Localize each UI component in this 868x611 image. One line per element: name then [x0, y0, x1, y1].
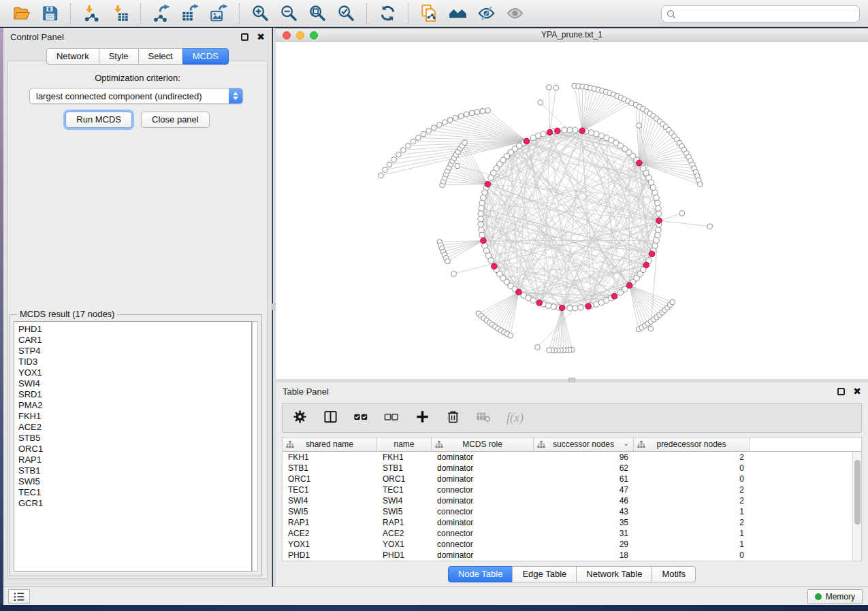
float-table-panel-icon[interactable]: [837, 388, 845, 395]
column-header-mcds-role[interactable]: MCDS role: [432, 437, 534, 451]
memory-button[interactable]: Memory: [807, 589, 863, 604]
cell-name[interactable]: RAP1: [377, 517, 432, 528]
cell-shared-name[interactable]: YOX1: [283, 539, 377, 550]
cell-name[interactable]: PHD1: [377, 550, 432, 561]
close-panel-icon[interactable]: ✖: [257, 32, 265, 42]
tab-style[interactable]: Style: [99, 48, 139, 65]
cell-successor-nodes[interactable]: 96: [534, 452, 634, 463]
table-scrollbar-thumb[interactable]: [854, 460, 861, 525]
table-row[interactable]: YOX1YOX1connector291: [283, 539, 861, 550]
cell-shared-name[interactable]: ORC1: [283, 474, 377, 484]
search-input[interactable]: [679, 9, 854, 19]
cell-successor-nodes[interactable]: 61: [534, 474, 634, 484]
mcds-result-list[interactable]: PHD1CAR1STP4TID3YOX1SWI4SRD1PMA2FKH1ACE2…: [14, 321, 252, 572]
cell-shared-name[interactable]: RAP1: [283, 517, 377, 528]
column-header-name[interactable]: name: [377, 437, 432, 451]
cell-predecessor-nodes[interactable]: 1: [634, 528, 750, 539]
mcds-result-item[interactable]: SWI5: [18, 476, 251, 487]
cell-name[interactable]: STB1: [377, 463, 432, 474]
cell-mcds-role[interactable]: dominator: [432, 474, 534, 484]
mcds-result-item[interactable]: RAP1: [18, 455, 251, 465]
zoom-out-button[interactable]: [274, 2, 303, 25]
export-table-button[interactable]: [176, 2, 204, 25]
export-image-button[interactable]: [204, 2, 233, 25]
cell-predecessor-nodes[interactable]: 2: [634, 495, 750, 506]
cell-successor-nodes[interactable]: 18: [534, 550, 634, 561]
cell-predecessor-nodes[interactable]: 0: [634, 550, 750, 561]
deselect-all-button[interactable]: [384, 409, 400, 427]
cell-mcds-role[interactable]: connector: [432, 506, 534, 517]
cell-successor-nodes[interactable]: 46: [534, 495, 634, 506]
cell-mcds-role[interactable]: dominator: [432, 463, 534, 474]
mcds-result-item[interactable]: SWI4: [18, 378, 251, 389]
cell-name[interactable]: YOX1: [377, 539, 432, 550]
cell-successor-nodes[interactable]: 43: [534, 506, 634, 517]
mcds-result-item[interactable]: PHD1: [18, 324, 251, 335]
cell-name[interactable]: ACE2: [377, 528, 432, 539]
tab-select[interactable]: Select: [138, 48, 183, 65]
table-row[interactable]: STB1STB1dominator620: [283, 463, 861, 474]
mcds-result-item[interactable]: ACE2: [18, 422, 251, 433]
search-box[interactable]: [661, 5, 860, 22]
open-file-button[interactable]: [7, 2, 35, 25]
table-row[interactable]: TEC1TEC1connector472: [283, 484, 861, 495]
cell-shared-name[interactable]: SWI4: [283, 495, 377, 506]
cell-shared-name[interactable]: ACE2: [283, 528, 377, 539]
cell-shared-name[interactable]: PHD1: [283, 550, 377, 561]
cell-successor-nodes[interactable]: 29: [534, 539, 634, 550]
mcds-result-item[interactable]: CAR1: [18, 335, 251, 346]
first-neighbors-button[interactable]: [443, 2, 472, 25]
tab-mcds[interactable]: MCDS: [182, 48, 229, 65]
table-row[interactable]: RAP1RAP1dominator352: [283, 517, 861, 528]
cell-predecessor-nodes[interactable]: 0: [634, 474, 750, 484]
cell-name[interactable]: ORC1: [377, 474, 432, 484]
tab-node-table[interactable]: Node Table: [448, 566, 513, 582]
cell-shared-name[interactable]: TEC1: [283, 484, 377, 495]
close-window-icon[interactable]: [283, 31, 291, 39]
mcds-result-item[interactable]: STP4: [18, 346, 251, 357]
tab-motifs[interactable]: Motifs: [652, 566, 696, 582]
refresh-network-button[interactable]: [373, 2, 402, 25]
save-session-button[interactable]: [35, 2, 64, 25]
add-column-button[interactable]: [415, 409, 430, 427]
select-all-button[interactable]: [353, 409, 369, 427]
network-canvas[interactable]: [276, 42, 868, 379]
cell-shared-name[interactable]: SWI5: [283, 506, 377, 517]
task-history-button[interactable]: [8, 589, 30, 604]
table-row[interactable]: SWI5SWI5connector431: [283, 506, 861, 517]
column-layout-button[interactable]: [323, 409, 338, 427]
tab-network[interactable]: Network: [46, 48, 99, 65]
cell-successor-nodes[interactable]: 35: [534, 517, 634, 528]
cell-successor-nodes[interactable]: 62: [534, 463, 634, 474]
hide-selected-button[interactable]: [472, 2, 500, 25]
mcds-result-item[interactable]: FKH1: [18, 411, 251, 422]
table-row[interactable]: SWI4SWI4dominator462: [283, 495, 861, 506]
mcds-result-item[interactable]: YOX1: [18, 367, 251, 378]
column-header-shared-name[interactable]: shared name: [283, 437, 377, 451]
zoom-in-button[interactable]: [246, 2, 274, 25]
cell-shared-name[interactable]: FKH1: [283, 452, 377, 463]
cell-predecessor-nodes[interactable]: 2: [634, 484, 750, 495]
cell-name[interactable]: TEC1: [377, 484, 432, 495]
cell-mcds-role[interactable]: connector: [432, 539, 534, 550]
function-builder-button[interactable]: f(x): [507, 411, 524, 425]
delete-table-button[interactable]: [476, 409, 492, 427]
tab-edge-table[interactable]: Edge Table: [512, 566, 577, 582]
cell-name[interactable]: SWI5: [377, 506, 432, 517]
tab-network-table[interactable]: Network Table: [576, 566, 652, 582]
cell-successor-nodes[interactable]: 47: [534, 484, 634, 495]
criterion-select[interactable]: largest connected component (undirected): [29, 88, 243, 104]
mcds-result-item[interactable]: ORC1: [18, 444, 251, 455]
cell-name[interactable]: SWI4: [377, 495, 432, 506]
mcds-result-scrollbar[interactable]: [252, 321, 258, 572]
mcds-result-item[interactable]: GCR1: [18, 498, 251, 509]
cell-predecessor-nodes[interactable]: 1: [634, 539, 750, 550]
export-network-button[interactable]: [147, 2, 176, 25]
mcds-result-item[interactable]: PMA2: [18, 400, 251, 411]
import-table-button[interactable]: [106, 2, 134, 25]
close-panel-button[interactable]: Close panel: [141, 112, 210, 128]
table-row[interactable]: ORC1ORC1dominator610: [283, 474, 861, 484]
cell-mcds-role[interactable]: dominator: [432, 495, 534, 506]
zoom-fit-button[interactable]: [303, 2, 332, 25]
cell-mcds-role[interactable]: dominator: [432, 517, 534, 528]
